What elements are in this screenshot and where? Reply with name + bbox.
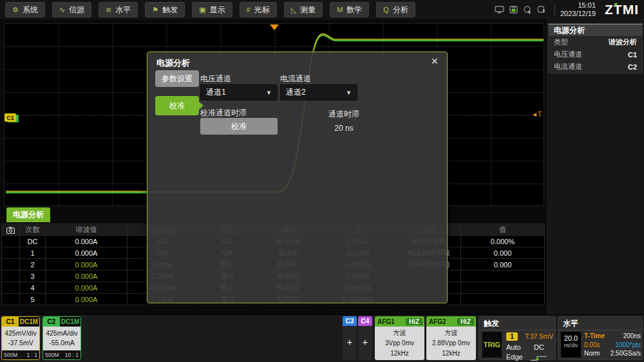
trigger-title: 触发	[479, 317, 555, 330]
horizontal-title: 水平	[558, 317, 642, 330]
trigger-mode: Auto	[506, 343, 521, 351]
channel3-block[interactable]: C3 +	[343, 316, 357, 360]
timebase-scale: 20.0	[561, 332, 581, 342]
logo-accent	[614, 3, 618, 7]
panel-title: 电源分析	[549, 24, 642, 36]
trigger-level-marker[interactable]: ◄T	[531, 111, 542, 118]
afg2-impedance: HiZ	[457, 318, 474, 325]
menu-trigger[interactable]: ⚑触发	[145, 2, 185, 17]
cursor-crosshatch-icon: #	[247, 6, 251, 14]
trigger-flag-icon: ⚑	[152, 6, 158, 14]
menu-analyze[interactable]: Q分析	[376, 2, 415, 17]
afg1-badge: AFG1	[375, 318, 406, 325]
tab-power-analysis[interactable]: 电源分析	[6, 207, 50, 222]
menu-cursor[interactable]: #光标	[240, 2, 277, 17]
channel2-offset: -55.0mA	[43, 338, 80, 348]
calibrate-button[interactable]: 校准	[200, 118, 278, 135]
trigger-status-block[interactable]: 触发 TRIG 1 T:37.5mV Auto DC Edge	[478, 316, 556, 360]
magnifier-icon: Q	[383, 6, 389, 14]
channel1-scale: 425mV/div	[2, 329, 39, 338]
right-sidebar: 电源分析 类型 谐波分析 电压通道 C1 电流通道 C2	[545, 19, 644, 314]
wave-source-icon: ∿	[59, 6, 65, 14]
tab-calibration[interactable]: 校准	[155, 96, 199, 115]
time-text: 15:01	[560, 1, 596, 10]
col-header: 谐波值	[46, 224, 128, 236]
menu-source[interactable]: ∿信源	[52, 2, 91, 17]
acquisition-mode: Norm	[584, 349, 600, 358]
measure-ruler-icon: ◺	[291, 6, 296, 14]
clock: 15:01 2023/12/19	[560, 1, 596, 17]
screenshot-button[interactable]	[2, 224, 20, 236]
horizontal-readouts: T-Time200ns 0.00s1000*pts Norm2.50GSa/s	[584, 332, 641, 358]
menu-display[interactable]: ▣显示	[192, 2, 232, 17]
current-channel-select[interactable]: 通道2 ▼	[280, 84, 357, 100]
panel-row-voltage-channel: 电压通道 C1	[549, 48, 642, 61]
add-channel4-button[interactable]: +	[358, 326, 372, 358]
channel4-badge: C4	[358, 316, 372, 326]
trigger-source-badge: 1	[506, 332, 518, 341]
trigger-type: Edge	[506, 353, 523, 361]
channel1-badge: C1	[2, 317, 19, 327]
channel1-coupling: DC1M	[19, 317, 39, 327]
channel-level-markers[interactable]: C1	[5, 113, 19, 122]
afg2-waveform: 方波	[426, 328, 476, 338]
date-text: 2023/12/19	[560, 10, 596, 18]
dialog-title: 电源分析	[156, 57, 190, 69]
afg1-waveform: 方波	[375, 328, 424, 338]
panel-row-current-channel: 电流通道 C2	[549, 61, 642, 73]
usb-storage-icon[interactable]	[509, 5, 518, 14]
voltage-channel-select[interactable]: 通道1 ▼	[200, 84, 278, 100]
channel2-probe-ratio: 10 : 1	[65, 350, 79, 359]
channel1-probe-ratio: 1 : 1	[26, 350, 37, 359]
channel2-coupling: DC1M	[60, 317, 80, 327]
menu-system[interactable]: ⚙系统	[5, 2, 45, 17]
oscilloscope-screen: ⚙系统 ∿信源 ≋水平 ⚑触发 ▣显示 #光标 ◺测量 M数学 Q分析 15:0…	[0, 0, 644, 362]
power-analysis-panel[interactable]: 电源分析 类型 谐波分析 电压通道 C1 电流通道 C2	[548, 23, 643, 73]
afg2-amplitude: 2.88Vpp 0mv	[426, 338, 476, 348]
col-header: 次数	[20, 224, 46, 236]
voltage-channel-label: 电压通道	[200, 73, 231, 84]
channel2-scale: 425mA/div	[43, 329, 80, 338]
channel2-block[interactable]: C2DC1M 425mA/div-55.0mA 500M10 : 1	[43, 316, 81, 360]
touch-icon[interactable]	[537, 5, 547, 14]
afg1-impedance: HiZ	[406, 318, 422, 325]
menu-math[interactable]: M数学	[330, 2, 369, 17]
afg1-block[interactable]: AFG1HiZ 方波3Vpp 0mv12kHz	[375, 316, 424, 360]
afg1-frequency: 12kHz	[375, 348, 424, 359]
timebase-unit: ns/div	[561, 342, 581, 348]
channel1-block[interactable]: C1DC1M 425mV/div-37.5mV 500M1 : 1	[1, 316, 40, 360]
afg2-badge: AFG2	[426, 318, 457, 325]
channel3-badge: C3	[343, 316, 357, 326]
bottom-status-bar: C1DC1M 425mV/div-37.5mV 500M1 : 1 C2DC1M…	[0, 314, 644, 362]
horizontal-status-block[interactable]: 水平 20.0 ns/div T-Time200ns 0.00s1000*pts…	[558, 316, 643, 360]
t-time-label: T-Time	[584, 332, 605, 341]
tab-parameter-settings[interactable]: 参数设置	[155, 70, 199, 87]
afg2-frequency: 12kHz	[426, 348, 476, 359]
panel-row-type: 类型 谐波分析	[549, 36, 642, 48]
trigger-position-marker[interactable]	[270, 24, 279, 30]
trigger-coupling: DC	[524, 343, 554, 351]
col-header: 值	[461, 224, 545, 236]
afg1-amplitude: 3Vpp 0mv	[375, 338, 424, 348]
chevron-down-icon: ▼	[266, 90, 272, 96]
calibrate-skew-label: 校准通道时滞	[200, 108, 247, 119]
skew-label: 通道时滞	[328, 110, 359, 119]
menu-horizontal[interactable]: ≋水平	[99, 2, 138, 17]
channel2-badge: C2	[43, 317, 60, 327]
chevron-down-icon: ▼	[346, 90, 352, 96]
trigger-level: T:37.5mV	[524, 332, 554, 340]
afg2-block[interactable]: AFG2HiZ 方波2.88Vpp 0mv12kHz	[426, 316, 476, 360]
top-menu-bar: ⚙系统 ∿信源 ≋水平 ⚑触发 ▣显示 #光标 ◺测量 M数学 Q分析 15:0…	[0, 0, 644, 19]
gear-icon: ⚙	[12, 6, 19, 14]
power-analysis-dialog: 电源分析 × 参数设置 校准 电压通道 通道1 ▼ 电流通道 通道2 ▼ 校准通…	[147, 52, 448, 303]
horizontal-position: 0.00s	[584, 341, 600, 350]
horizontal-icon: ≋	[106, 6, 111, 14]
channel1-offset: -37.5mV	[2, 338, 39, 348]
add-channel3-button[interactable]: +	[343, 326, 357, 358]
channel4-block[interactable]: C4 +	[358, 316, 372, 360]
monitor-icon[interactable]	[495, 5, 504, 14]
mouse-pointer-icon[interactable]	[523, 5, 533, 14]
menu-measure[interactable]: ◺测量	[284, 2, 323, 17]
rising-edge-icon	[529, 353, 549, 362]
close-icon[interactable]: ×	[428, 55, 440, 68]
